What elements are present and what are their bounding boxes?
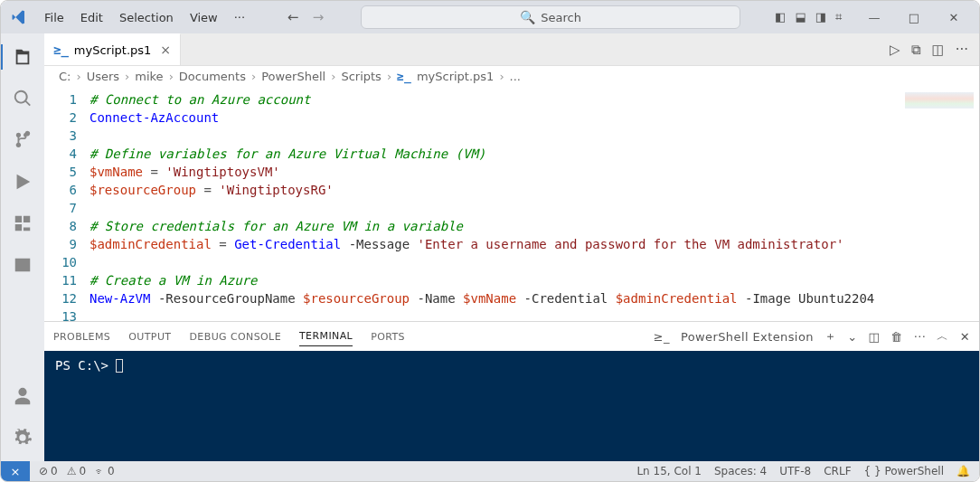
status-bar: × ⊘0 ⚠0 ᯤ0 Ln 15, Col 1 Spaces: 4 UTF-8 … [1, 461, 979, 481]
minimize-button[interactable]: — [854, 1, 894, 33]
panel-tab-debug[interactable]: Debug Console [189, 327, 281, 346]
status-ports[interactable]: ᯤ0 [95, 465, 115, 477]
maximize-button[interactable]: □ [894, 1, 934, 33]
powershell-file-icon: ≥_ [397, 70, 411, 83]
status-language[interactable]: { } PowerShell [864, 465, 944, 477]
toggle-secondary-sidebar-icon[interactable]: ◨ [815, 10, 826, 24]
status-indent[interactable]: Spaces: 4 [714, 465, 767, 477]
menu-view[interactable]: View [183, 7, 225, 28]
layout-controls: ◧ ⬓ ◨ ⌗ [775, 10, 842, 24]
status-warnings[interactable]: ⚠0 [67, 465, 86, 477]
settings-gear-icon[interactable] [1, 420, 44, 456]
menu-edit[interactable]: Edit [73, 7, 110, 28]
minimap[interactable] [905, 92, 974, 109]
tab-filename: myScript.ps1 [74, 43, 152, 57]
code-editor[interactable]: 123 456 789 101112 13 # Connect to an Az… [44, 87, 979, 321]
command-center-search[interactable]: 🔍 Search [361, 5, 740, 29]
crumb-scripts[interactable]: Scripts [341, 70, 381, 83]
tab-close-icon[interactable]: × [160, 43, 171, 57]
explorer-icon[interactable] [1, 39, 44, 75]
menu-file[interactable]: File [37, 7, 71, 28]
nav-forward-icon[interactable]: → [310, 9, 326, 25]
editor-tab-myscript[interactable]: ≥_ myScript.ps1 × [44, 33, 181, 65]
accounts-icon[interactable] [1, 378, 44, 414]
toggle-panel-icon[interactable]: ⬓ [795, 10, 806, 24]
editor-tabs: ≥_ myScript.ps1 × ▷ ⧉ ◫ ··· [44, 33, 979, 66]
crumb-tail[interactable]: ... [510, 70, 521, 83]
remote-indicator-icon[interactable]: × [1, 461, 30, 481]
terminal-split-dropdown-icon[interactable]: ⌄ [847, 330, 857, 344]
panel-tab-ports[interactable]: Ports [371, 327, 405, 346]
panel-more-icon[interactable]: ··· [914, 330, 927, 344]
terminal-prompt: PS C:\> [55, 358, 116, 373]
split-editor-icon[interactable]: ◫ [932, 42, 945, 58]
terminal-shell-label[interactable]: PowerShell Extension [681, 330, 814, 344]
code-lines[interactable]: # Connect to an Azure account Connect-Az… [90, 87, 979, 321]
more-actions-icon[interactable]: ··· [956, 42, 968, 58]
panel-tab-output[interactable]: Output [128, 327, 171, 346]
crumb-documents[interactable]: Documents [179, 70, 246, 83]
kill-terminal-icon[interactable]: 🗑 [890, 330, 902, 344]
terminal-cursor [116, 359, 123, 373]
title-bar: File Edit Selection View ··· ← → 🔍 Searc… [1, 1, 979, 33]
panel-tab-terminal[interactable]: Terminal [299, 326, 353, 346]
powershell-file-icon: ≥_ [53, 43, 69, 57]
status-encoding[interactable]: UTF-8 [779, 465, 811, 477]
crumb-file[interactable]: ≥_ myScript.ps1 [397, 70, 494, 83]
bottom-panel: Problems Output Debug Console Terminal P… [44, 321, 979, 461]
run-script-icon[interactable]: ▷ [890, 42, 900, 58]
toggle-primary-sidebar-icon[interactable]: ◧ [775, 10, 786, 24]
crumb-powershell[interactable]: PowerShell [261, 70, 325, 83]
crumb-users[interactable]: Users [87, 70, 119, 83]
crumb-mike[interactable]: mike [135, 70, 163, 83]
nav-arrows: ← → [285, 9, 326, 25]
editor-title-actions: ▷ ⧉ ◫ ··· [890, 33, 979, 65]
customize-layout-icon[interactable]: ⌗ [835, 10, 842, 24]
panel-tabs: Problems Output Debug Console Terminal P… [44, 322, 979, 351]
status-cursor-position[interactable]: Ln 15, Col 1 [636, 465, 702, 477]
close-window-button[interactable]: ✕ [934, 1, 974, 33]
window-controls: — □ ✕ [854, 1, 974, 33]
nav-back-icon[interactable]: ← [285, 9, 301, 25]
menubar: File Edit Selection View ··· [37, 7, 252, 28]
extensions-icon[interactable] [1, 205, 44, 241]
maximize-panel-icon[interactable]: ︿ [937, 328, 948, 345]
split-terminal-icon[interactable]: ◫ [869, 330, 881, 344]
search-placeholder: Search [541, 11, 581, 24]
run-debug-icon[interactable] [1, 164, 44, 200]
status-errors[interactable]: ⊘0 [39, 465, 58, 477]
powershell-view-icon[interactable] [1, 247, 44, 283]
terminal-shell-icon: ≥_ [654, 330, 670, 344]
menu-selection[interactable]: Selection [112, 7, 181, 28]
menu-overflow-icon[interactable]: ··· [227, 7, 252, 28]
status-eol[interactable]: CRLF [824, 465, 851, 477]
activity-bar [1, 33, 44, 461]
status-notifications-icon[interactable]: 🔔 [956, 465, 970, 477]
close-panel-icon[interactable]: ✕ [960, 330, 970, 344]
new-terminal-icon[interactable]: ＋ [825, 328, 836, 345]
panel-tab-problems[interactable]: Problems [53, 327, 110, 346]
breadcrumbs[interactable]: C:› Users› mike› Documents› PowerShell› … [44, 66, 979, 87]
search-icon: 🔍 [520, 10, 535, 24]
search-view-icon[interactable] [1, 80, 44, 117]
crumb-root[interactable]: C: [59, 70, 71, 83]
line-number-gutter: 123 456 789 101112 13 [44, 87, 90, 321]
run-selection-icon[interactable]: ⧉ [911, 42, 921, 58]
source-control-icon[interactable] [1, 122, 44, 158]
vscode-logo-icon [10, 8, 28, 26]
terminal[interactable]: PS C:\> [44, 351, 979, 461]
